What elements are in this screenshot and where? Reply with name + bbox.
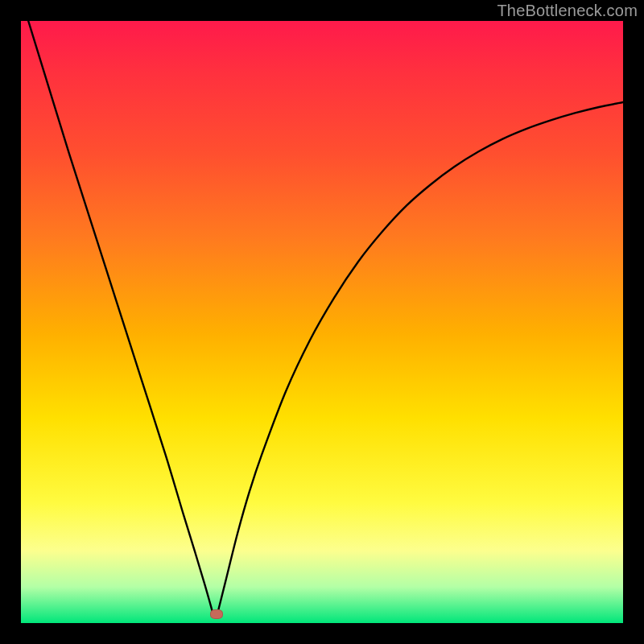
chart-container: TheBottleneck.com xyxy=(0,0,644,644)
plot-area xyxy=(21,21,623,623)
attribution-text: TheBottleneck.com xyxy=(497,2,638,20)
bottleneck-curve xyxy=(21,21,623,623)
optimal-point-marker xyxy=(210,609,223,619)
